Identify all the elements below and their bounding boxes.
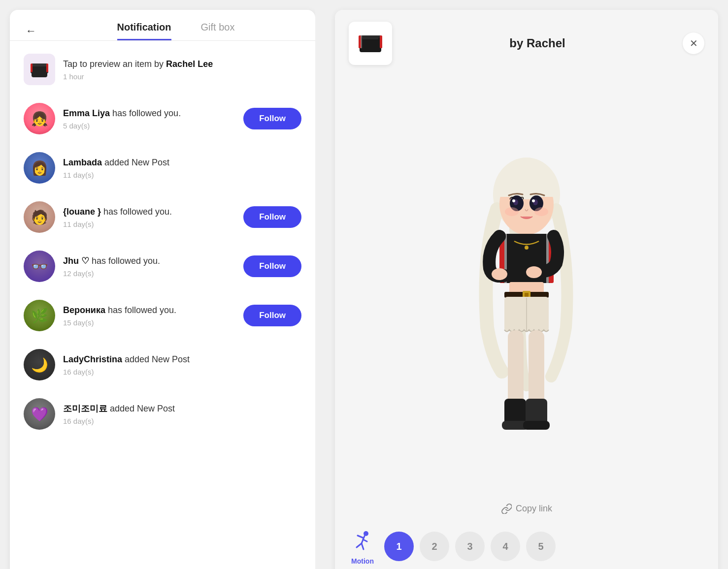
notif-louane-content: {louane } has followed you. 11 day(s) [63,206,235,228]
page-num-3[interactable]: 3 [455,532,485,561]
tab-notification[interactable]: Notification [117,22,171,40]
avatar-display [335,77,718,499]
notif-veronika-text: Вероника has followed you. [63,304,235,316]
notif-louane-text: {louane } has followed you. [63,206,235,218]
avatar-face-louane: 🧑 [24,201,55,233]
avatar-emma: 👧 [24,103,55,134]
left-header: ← Notification Gift box [10,10,315,40]
right-header: by Rachel ✕ [335,10,718,77]
notifications-list: Tap to preview an item by Rachel Lee 1 h… [10,41,315,569]
back-button[interactable]: ← [22,23,40,39]
notif-veronika-time: 15 day(s) [63,318,235,327]
panel-gap [315,0,325,569]
avatar-lambada: 👩 [24,152,55,184]
avatar-face-jomijomi: 💜 [24,398,55,430]
notif-jomijomi-text: 조미조미료 added New Post [63,403,301,415]
notif-emma-content: Emma Liya has followed you. 5 day(s) [63,107,235,130]
notif-rachel-time: 1 hour [63,72,301,81]
copy-link-button[interactable]: Copy link [335,499,718,520]
list-item[interactable]: Tap to preview an item by Rachel Lee 1 h… [10,45,315,94]
notif-jhu-time: 12 day(s) [63,269,235,278]
page-num-1[interactable]: 1 [384,532,414,561]
avatar-item-thumbnail [24,54,55,85]
svg-point-24 [534,207,548,216]
motion-label: Motion [351,557,374,565]
close-button[interactable]: ✕ [683,32,704,54]
avatar-face-jhu: 👓 [24,251,55,282]
avatar-3d-figure [428,130,625,445]
bottom-bar: Motion 1 2 3 4 5 [335,520,718,569]
svg-point-22 [532,199,535,202]
avatar-jomijomi: 💜 [24,398,55,430]
notif-ladychristina-text: LadyChristina added New Post [63,353,301,366]
follow-button-veronika[interactable]: Follow [243,305,301,326]
page-numbers: 1 2 3 4 5 [384,532,704,561]
svg-point-35 [492,268,507,280]
list-item[interactable]: 👩 Lambada added New Post 11 day(s) [10,143,315,192]
notif-lambada-time: 11 day(s) [63,171,301,179]
svg-point-21 [512,199,515,202]
svg-point-23 [505,207,519,216]
notif-rachel-content: Tap to preview an item by Rachel Lee 1 h… [63,58,301,81]
svg-rect-40 [529,330,544,409]
page-num-5[interactable]: 5 [526,532,556,561]
follow-button-emma[interactable]: Follow [243,108,301,129]
notif-jomijomi-content: 조미조미료 added New Post 16 day(s) [63,403,301,425]
avatar-veronika: 🌿 [24,300,55,331]
svg-rect-7 [360,35,381,39]
list-item[interactable]: 🧑 {louane } has followed you. 11 day(s) … [10,192,315,242]
avatar-louane: 🧑 [24,201,55,233]
list-item[interactable]: 👧 Emma Liya has followed you. 5 day(s) F… [10,94,315,143]
svg-rect-39 [508,330,524,409]
svg-rect-4 [31,63,33,72]
motion-button[interactable]: Motion [349,528,376,565]
link-icon [501,503,512,514]
page-num-2[interactable]: 2 [420,532,449,561]
copy-link-label: Copy link [516,504,552,514]
follow-button-louane[interactable]: Follow [243,206,301,228]
notif-ladychristina-content: LadyChristina added New Post 16 day(s) [63,353,301,376]
svg-rect-44 [523,421,550,430]
svg-point-36 [526,266,542,278]
list-item[interactable]: 🌿 Вероника has followed you. 15 day(s) F… [10,291,315,340]
notif-veronika-content: Вероника has followed you. 15 day(s) [63,304,235,327]
avatar-face-emma: 👧 [24,103,55,134]
item-thumbnail [349,22,392,65]
notif-ladychristina-time: 16 day(s) [63,368,301,376]
svg-point-45 [364,531,368,536]
avatar-face-lambada: 👩 [24,152,55,184]
tab-gift-box[interactable]: Gift box [201,22,235,40]
svg-rect-5 [46,63,48,72]
left-panel: ← Notification Gift box [10,10,315,569]
notif-lambada-content: Lambada added New Post 11 day(s) [63,157,301,179]
notif-emma-time: 5 day(s) [63,122,235,130]
avatar-face-veronika: 🌿 [24,300,55,331]
page-num-4[interactable]: 4 [491,532,520,561]
svg-rect-12 [361,35,362,48]
svg-rect-11 [380,35,382,48]
notif-louane-time: 11 day(s) [63,220,235,228]
avatar-ladychristina: 🌙 [24,349,55,380]
notif-rachel-text: Tap to preview an item by Rachel Lee [63,58,301,70]
notif-jhu-text: Jhu ♡ has followed you. [63,255,235,267]
right-panel: by Rachel ✕ [335,10,718,569]
svg-point-30 [525,246,529,250]
notif-jomijomi-time: 16 day(s) [63,417,301,425]
notif-lambada-text: Lambada added New Post [63,157,301,169]
avatar-jhu: 👓 [24,251,55,282]
list-item[interactable]: 💜 조미조미료 added New Post 16 day(s) [10,389,315,439]
svg-rect-34 [525,293,529,297]
notif-jhu-content: Jhu ♡ has followed you. 12 day(s) [63,255,235,278]
avatar-face-ladychristina: 🌙 [24,349,55,380]
tab-container: Notification Gift box [48,22,303,40]
follow-button-jhu[interactable]: Follow [243,255,301,277]
motion-icon [349,528,376,555]
notif-emma-text: Emma Liya has followed you. [63,107,235,120]
list-item[interactable]: 🌙 LadyChristina added New Post 16 day(s) [10,340,315,389]
svg-rect-1 [32,63,47,66]
right-title: by Rachel [400,36,675,50]
list-item[interactable]: 👓 Jhu ♡ has followed you. 12 day(s) Foll… [10,242,315,291]
